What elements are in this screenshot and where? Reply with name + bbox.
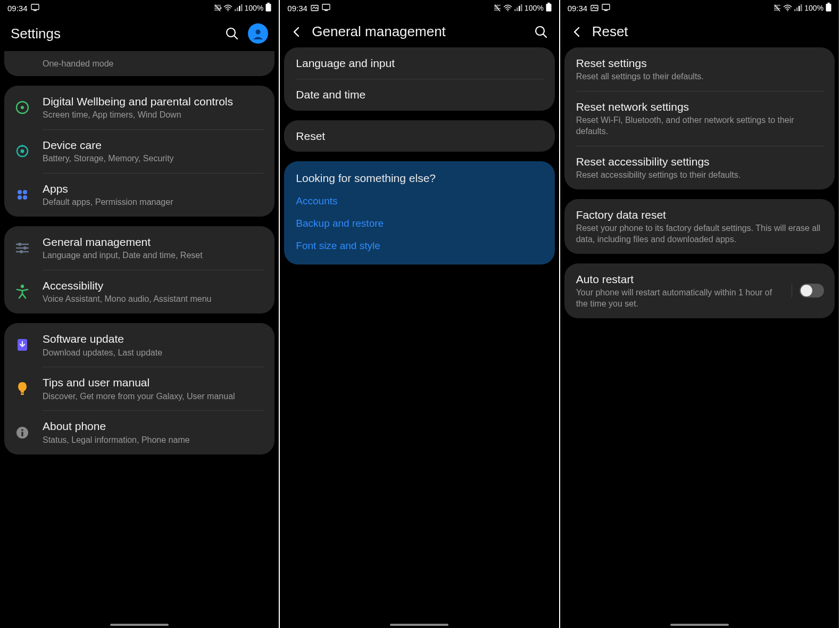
svg-rect-42: [521, 4, 522, 11]
gm-item-language[interactable]: Language and input: [284, 47, 554, 79]
apps-icon: [12, 188, 33, 202]
device-care-icon: [12, 144, 33, 159]
svg-rect-48: [602, 4, 610, 10]
item-sub: Reset your phone to its factory default …: [576, 223, 824, 245]
nav-indicator: [110, 624, 169, 626]
svg-rect-1: [34, 10, 37, 11]
gm-item-reset[interactable]: Reset: [284, 120, 554, 152]
svg-point-25: [23, 246, 27, 250]
link-backup-restore[interactable]: Backup and restore: [284, 212, 554, 235]
svg-point-23: [18, 243, 21, 246]
back-button[interactable]: [571, 26, 584, 38]
gm-item-datetime[interactable]: Date and time: [284, 79, 554, 110]
reset-content: Reset settings Reset all settings to the…: [560, 47, 839, 628]
nav-indicator: [670, 624, 729, 626]
item-sub: Status, Legal information, Phone name: [43, 435, 264, 446]
settings-item-software-update[interactable]: Software update Download updates, Last u…: [4, 323, 275, 367]
svg-rect-56: [827, 3, 829, 4]
svg-point-27: [20, 250, 23, 253]
item-title: Reset network settings: [576, 100, 824, 114]
item-sub: Screen time, App timers, Wind Down: [43, 110, 264, 121]
settings-card-general: General management Language and input, D…: [4, 226, 275, 313]
status-icons: [213, 4, 243, 12]
item-title: Accessibility: [43, 278, 264, 293]
settings-item-device-care[interactable]: Device care Battery, Storage, Memory, Se…: [4, 129, 275, 173]
page-title: General management: [312, 23, 525, 40]
back-button[interactable]: [290, 26, 303, 38]
reset-item-accessibility[interactable]: Reset accessibility settings Reset acces…: [564, 146, 835, 189]
settings-item-about-phone[interactable]: About phone Status, Legal information, P…: [4, 410, 275, 454]
item-sub: Battery, Storage, Memory, Security: [43, 153, 264, 164]
status-time: 09:34: [568, 4, 588, 13]
page-title: Reset: [592, 23, 828, 40]
lightbulb-icon: [12, 381, 33, 396]
settings-item-general-management[interactable]: General management Language and input, D…: [4, 226, 275, 270]
looking-for-header: Looking for something else?: [284, 161, 554, 190]
cast-icon: [31, 4, 39, 13]
item-title: Language and input: [296, 56, 544, 70]
svg-point-18: [18, 190, 22, 194]
item-sub: Download updates, Last update: [43, 348, 264, 359]
item-title: Reset settings: [576, 56, 824, 70]
svg-point-14: [21, 106, 24, 109]
cast-icon: [322, 4, 330, 13]
item-title: Factory data reset: [576, 208, 824, 222]
settings-item-apps[interactable]: Apps Default apps, Permission manager: [4, 173, 275, 217]
svg-point-21: [23, 195, 27, 200]
battery-pct: 100%: [525, 4, 544, 12]
item-sub: Default apps, Permission manager: [43, 197, 264, 208]
reset-item-settings[interactable]: Reset settings Reset all settings to the…: [564, 47, 835, 91]
svg-rect-33: [21, 432, 23, 436]
svg-rect-5: [237, 7, 238, 11]
item-sub: Discover, Get more from your Galaxy, Use…: [43, 391, 264, 402]
reset-item-network[interactable]: Reset network settings Reset Wi-Fi, Blue…: [564, 91, 835, 146]
svg-point-19: [23, 190, 27, 194]
svg-rect-49: [604, 10, 608, 11]
reset-item-factory[interactable]: Factory data reset Reset your phone to i…: [564, 199, 835, 254]
toggle-knob: [801, 285, 812, 296]
settings-card-wellbeing: Digital Wellbeing and parental controls …: [4, 86, 275, 217]
settings-item-tips[interactable]: Tips and user manual Discover, Get more …: [4, 367, 275, 410]
link-font-size-style[interactable]: Font size and style: [284, 235, 554, 257]
svg-line-11: [234, 36, 237, 39]
svg-rect-35: [322, 4, 330, 10]
screenshot-icon: [591, 4, 598, 13]
settings-item-accessibility[interactable]: Accessibility Voice Assistant, Mono audi…: [4, 270, 275, 313]
item-sub: Language and input, Date and time, Reset: [43, 250, 264, 261]
svg-rect-30: [21, 393, 24, 395]
status-icons: [493, 4, 522, 12]
gm-header: General management: [280, 16, 559, 47]
reset-item-auto-restart[interactable]: Auto restart Your phone will restart aut…: [564, 263, 835, 318]
svg-point-12: [256, 30, 261, 35]
screenshot-icon: [311, 4, 319, 13]
page-title: Settings: [11, 26, 216, 42]
status-bar: 09:34 100%: [0, 0, 279, 16]
sliders-icon: [12, 242, 33, 254]
search-button[interactable]: [224, 26, 239, 41]
item-sub: One-handed mode: [43, 59, 264, 70]
wellbeing-icon: [12, 100, 33, 115]
svg-rect-44: [546, 4, 551, 12]
gm-card-2: Reset: [284, 120, 554, 152]
svg-rect-41: [519, 6, 520, 11]
svg-point-32: [21, 429, 23, 431]
item-sub: Reset all settings to their defaults.: [576, 71, 824, 82]
settings-item-one-handed[interactable]: One-handed mode: [4, 51, 275, 76]
accessibility-icon: [12, 284, 33, 299]
update-icon: [12, 338, 33, 352]
search-button[interactable]: [534, 24, 548, 39]
svg-rect-9: [266, 4, 271, 12]
battery-icon: [546, 3, 552, 13]
settings-main-screen: 09:34 100% Settings: [0, 0, 280, 628]
item-title: About phone: [43, 419, 264, 433]
auto-restart-toggle[interactable]: [800, 284, 824, 298]
item-title: Auto restart: [576, 272, 778, 286]
svg-rect-0: [31, 4, 39, 10]
link-accounts[interactable]: Accounts: [284, 190, 554, 212]
profile-button[interactable]: [248, 23, 268, 44]
info-icon: [12, 426, 33, 440]
svg-rect-40: [517, 7, 518, 11]
item-title: Reset accessibility settings: [576, 154, 824, 169]
settings-content: One-handed mode Digital Wellbeing and pa…: [0, 51, 279, 628]
settings-item-wellbeing[interactable]: Digital Wellbeing and parental controls …: [4, 86, 275, 129]
